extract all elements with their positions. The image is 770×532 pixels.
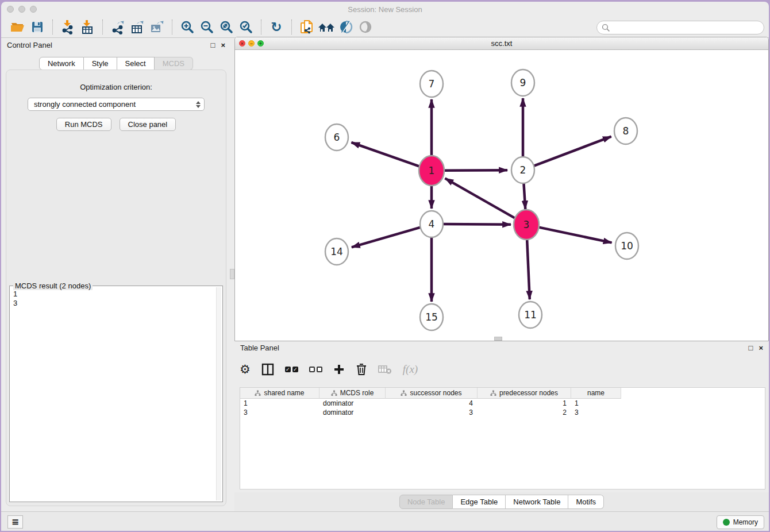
node-table-header: shared nameMCDS rolesuccessor nodesprede… xyxy=(240,388,765,399)
export-table-icon[interactable] xyxy=(128,18,147,36)
open-session-icon[interactable] xyxy=(8,18,28,36)
edge-1-6[interactable] xyxy=(351,142,421,167)
mcds-result-title: MCDS result (2 nodes) xyxy=(13,282,93,290)
float-panel-icon[interactable]: □ xyxy=(211,41,215,49)
search-box[interactable] xyxy=(596,21,764,34)
clone-network-icon[interactable] xyxy=(297,18,317,36)
node-4[interactable]: 4 xyxy=(420,211,443,237)
zoom-in-icon[interactable] xyxy=(178,18,197,36)
table-cell: 1 xyxy=(571,399,621,408)
table-cell: 3 xyxy=(386,408,478,417)
edge-1-2[interactable] xyxy=(443,170,507,171)
add-column-icon[interactable] xyxy=(333,364,345,375)
search-input[interactable] xyxy=(610,24,764,32)
node-1[interactable]: 1 xyxy=(419,156,444,186)
select-all-columns-icon[interactable]: ✓✓ xyxy=(285,367,298,372)
save-session-icon[interactable] xyxy=(28,18,47,36)
node-2[interactable]: 2 xyxy=(511,157,534,183)
table-panel-tabs: Node TableEdge TableNetwork TableMotifs xyxy=(234,492,769,511)
node-label: 1 xyxy=(429,165,435,176)
run-mcds-button[interactable]: Run MCDS xyxy=(56,118,111,131)
zoom-fit-icon[interactable] xyxy=(217,18,236,36)
edge-4-3[interactable] xyxy=(443,224,511,225)
column-header-MCDS-role[interactable]: MCDS role xyxy=(319,388,386,399)
toggle-panes-icon[interactable] xyxy=(261,363,274,376)
vertical-splitter-handle[interactable] xyxy=(230,269,234,279)
toolbar-separator xyxy=(261,20,261,34)
column-header-shared-name[interactable]: shared name xyxy=(240,388,319,399)
titlebar: Session: New Session xyxy=(1,2,769,17)
node-label: 6 xyxy=(334,132,340,143)
task-history-icon[interactable]: ≡ xyxy=(7,515,23,529)
import-network-icon[interactable] xyxy=(58,18,78,36)
export-network-icon[interactable] xyxy=(108,18,128,36)
node-9[interactable]: 9 xyxy=(511,70,534,96)
table-panel-title: Table Panel xyxy=(240,344,743,352)
network-canvas[interactable]: 1234678910111415 xyxy=(235,50,768,341)
column-header-name[interactable]: name xyxy=(571,388,621,399)
node-6[interactable]: 6 xyxy=(325,124,348,151)
app-window: Session: New Session xyxy=(1,2,769,531)
edge-4-14[interactable] xyxy=(352,228,421,248)
close-table-panel-icon[interactable]: × xyxy=(759,344,763,352)
delete-table-icon[interactable] xyxy=(378,364,392,375)
zoom-out-icon[interactable] xyxy=(197,18,217,36)
refresh-icon[interactable]: ↻ xyxy=(267,18,286,36)
table-settings-icon[interactable]: ⚙ xyxy=(240,363,251,376)
node-11[interactable]: 11 xyxy=(519,302,542,328)
tab-network-table[interactable]: Network Table xyxy=(506,495,568,509)
network-window-titlebar: × − + scc.txt xyxy=(235,37,768,50)
close-panel-icon[interactable]: × xyxy=(221,41,225,49)
node-7[interactable]: 7 xyxy=(420,71,443,97)
node-10[interactable]: 10 xyxy=(615,233,638,259)
node-label: 4 xyxy=(429,218,435,230)
bird-instance-icon[interactable] xyxy=(356,18,375,36)
table-row[interactable]: 1dominator411 xyxy=(240,399,765,408)
tab-edge-table[interactable]: Edge Table xyxy=(453,495,506,509)
edge-3-1[interactable] xyxy=(445,178,516,219)
table-row[interactable]: 3dominator323 xyxy=(240,408,765,417)
control-panel-tabs: NetworkStyleSelectMCDS xyxy=(1,57,231,70)
cybrowser-icon[interactable] xyxy=(317,18,336,36)
close-panel-button[interactable]: Close panel xyxy=(120,118,176,131)
memory-label: Memory xyxy=(733,518,758,526)
tab-motifs[interactable]: Motifs xyxy=(568,495,604,509)
export-image-icon[interactable] xyxy=(147,18,167,36)
tab-node-table[interactable]: Node Table xyxy=(399,495,453,509)
function-builder-icon[interactable]: f(x) xyxy=(403,363,418,376)
column-type-icon xyxy=(255,390,261,396)
unselect-all-columns-icon[interactable] xyxy=(309,367,322,372)
edge-3-11[interactable] xyxy=(527,236,530,299)
mcds-result-text[interactable]: 1 3 xyxy=(13,290,214,499)
criterion-dropdown[interactable]: strongly connected component xyxy=(28,98,205,111)
node-label: 3 xyxy=(523,219,530,230)
delete-column-icon[interactable] xyxy=(356,363,367,376)
edge-3-10[interactable] xyxy=(538,227,612,242)
memory-button[interactable]: Memory xyxy=(717,515,764,529)
node-table-body: 1dominator4113dominator323 xyxy=(240,399,765,417)
tab-network[interactable]: Network xyxy=(39,57,84,70)
horizontal-splitter-handle[interactable] xyxy=(494,337,502,341)
toolbar-separator xyxy=(52,20,53,34)
show-graphics-details-icon[interactable] xyxy=(336,18,356,36)
table-cell: 1 xyxy=(240,399,319,408)
tab-select[interactable]: Select xyxy=(117,57,155,70)
column-header-predecessor-nodes[interactable]: predecessor nodes xyxy=(478,388,571,399)
node-14[interactable]: 14 xyxy=(325,238,348,265)
node-15[interactable]: 15 xyxy=(420,304,443,330)
float-table-panel-icon[interactable]: □ xyxy=(749,344,753,352)
column-header-successor-nodes[interactable]: successor nodes xyxy=(386,388,478,399)
tab-style[interactable]: Style xyxy=(84,57,117,70)
edge-2-8[interactable] xyxy=(534,137,611,166)
mcds-scrollbar[interactable] xyxy=(216,287,221,500)
control-panel: Control Panel □ × NetworkStyleSelectMCDS… xyxy=(1,38,231,511)
table-cell: 3 xyxy=(571,408,621,417)
node-3[interactable]: 3 xyxy=(514,210,539,240)
edge-2-3[interactable] xyxy=(523,182,525,209)
import-table-icon[interactable] xyxy=(78,18,97,36)
zoom-selected-icon[interactable] xyxy=(236,18,256,36)
node-8[interactable]: 8 xyxy=(614,118,637,144)
node-label: 11 xyxy=(524,309,537,321)
control-panel-header: Control Panel □ × xyxy=(1,38,231,52)
tab-mcds[interactable]: MCDS xyxy=(155,57,193,70)
